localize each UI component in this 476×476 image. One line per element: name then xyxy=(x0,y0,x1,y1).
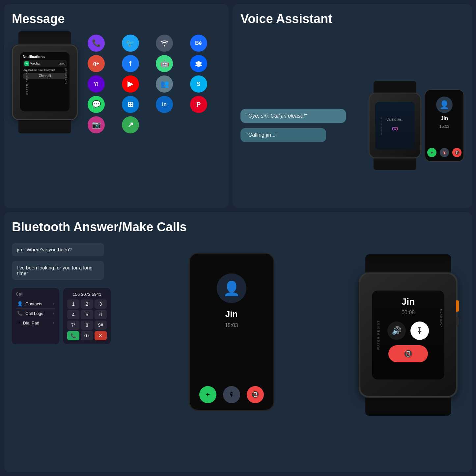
android-app-icon[interactable]: 🤖 xyxy=(156,55,173,72)
voice-watch-strap-top xyxy=(374,81,416,93)
voice-phone: 👤 Jin 15:03 + 🔇 📵 xyxy=(425,89,464,162)
key-7[interactable]: 7* xyxy=(67,321,79,330)
side-button-gray[interactable] xyxy=(77,81,78,88)
infinity-icon: ∞ xyxy=(392,123,398,134)
call-menu-title: Call xyxy=(16,292,55,296)
bt-phone-avatar: 👤 xyxy=(217,273,246,303)
wifi-app-icon[interactable] xyxy=(156,35,173,52)
voice-watch-container: Calling jin... ∞ WATER RESIST xyxy=(369,81,421,170)
dropbox-app-icon[interactable] xyxy=(190,55,207,72)
message-panel: Message WATER RESIST MENU BACK Notificat… xyxy=(4,4,229,208)
side-button-orange[interactable] xyxy=(77,69,78,78)
water-resist-label: WATER RESIST xyxy=(26,70,28,95)
key-5[interactable]: 5 xyxy=(81,310,93,319)
voice-phone-avatar: 👤 xyxy=(436,97,453,113)
notif-wechat-row: W Wechat 08:00 xyxy=(23,60,67,67)
key-6[interactable]: 6 xyxy=(95,310,107,319)
bt-center: 👤 Jin 15:03 + 🎙 📵 xyxy=(116,239,347,431)
voice-title: Voice Assistant xyxy=(240,12,464,26)
key-0[interactable]: 0+ xyxy=(81,331,93,340)
bt-watch-speaker-btn[interactable]: 🔊 xyxy=(387,322,406,340)
facebook-app-icon[interactable]: f xyxy=(122,55,139,72)
watch-body: WATER RESIST MENU BACK Notifications W W… xyxy=(12,44,78,120)
call-menu-contacts[interactable]: 👤 Contacts › xyxy=(16,299,55,309)
bt-phone-time: 15:03 xyxy=(225,322,238,328)
key-2[interactable]: 2 xyxy=(81,299,93,309)
voice-phone-accept[interactable]: + xyxy=(427,148,436,157)
windows-app-icon[interactable]: ⊞ xyxy=(122,96,139,113)
bt-watch-screen: Jin 00:08 🔊 🎙 📵 xyxy=(372,291,444,379)
contacts-icon: 👤 xyxy=(17,301,23,306)
key-call[interactable]: 📞 xyxy=(67,331,79,340)
notif-time: 08:00 xyxy=(59,62,65,65)
key-delete[interactable]: ✕ xyxy=(95,331,107,340)
app-icons-container: 📞 🐦 Bě g+ f 🤖 xyxy=(88,31,221,200)
key-3[interactable]: 3 xyxy=(95,299,107,309)
bt-watch-btn-orange[interactable] xyxy=(456,300,459,312)
voice-bubble-1: "Oye, siri, Call jin please!" xyxy=(240,109,346,123)
calllogs-label: Call Logs xyxy=(25,311,50,316)
message-content: WATER RESIST MENU BACK Notifications W W… xyxy=(12,31,221,200)
dialpad-menu-icon: ⠿ xyxy=(17,320,20,325)
watch-strap-top xyxy=(18,31,71,44)
call-menu-dialpad[interactable]: ⠿ Dial Pad › xyxy=(16,318,55,327)
phone-app-icon[interactable]: 📞 xyxy=(88,35,105,52)
yahoo-app-icon[interactable]: Y! xyxy=(88,75,105,93)
calling-text: Calling jin... xyxy=(386,118,404,121)
voice-panel: Voice Assistant "Oye, siri, Call jin ple… xyxy=(233,4,472,208)
behance-app-icon[interactable]: Bě xyxy=(190,35,207,52)
share-app-icon[interactable]: ↗ xyxy=(122,116,139,133)
google-plus-app-icon[interactable]: g+ xyxy=(88,55,105,72)
bt-chat-1: jin: "Where've you been? xyxy=(12,243,104,256)
bt-strap-bottom xyxy=(365,398,451,416)
voice-phone-time: 15:03 xyxy=(439,124,449,129)
bt-watch-mic-btn[interactable]: 🎙 xyxy=(410,322,429,340)
key-1[interactable]: 1 xyxy=(67,299,79,309)
key-4[interactable]: 4 xyxy=(67,310,79,319)
youtube-app-icon[interactable]: ▶ xyxy=(122,75,139,93)
bt-watch-name: Jin xyxy=(402,296,415,307)
voice-watch-btn-orange[interactable] xyxy=(420,113,421,121)
voice-watches: Calling jin... ∞ WATER RESIST 👤 Jin 15:0… xyxy=(369,31,464,208)
voice-phone-name: Jin xyxy=(440,116,448,122)
whatsapp-app-icon[interactable]: 💬 xyxy=(88,96,105,113)
clear-all-button[interactable]: Clear all xyxy=(23,73,67,79)
instagram-app-icon[interactable]: 📷 xyxy=(88,116,105,133)
linkedin-app-icon[interactable]: in xyxy=(156,96,173,113)
bt-chat-2: I've been looking for you for a long tim… xyxy=(12,261,104,280)
bt-menus: Call 👤 Contacts › 📞 Call Logs › ⠿ xyxy=(12,288,111,344)
dialpad: 156 3072 5941 1 2 3 4 5 6 7* 8 9# 📞 xyxy=(63,288,111,344)
notif-message: Jin: Call me now! Harry up! xyxy=(23,69,67,71)
dialpad-grid: 1 2 3 4 5 6 7* 8 9# 📞 0+ ✕ xyxy=(67,299,107,340)
bluetooth-title: Bluetooth Answer/Make Calls xyxy=(12,220,464,234)
groups-app-icon[interactable]: 👥 xyxy=(156,75,173,93)
bt-watch-hangup-btn[interactable]: 📵 xyxy=(388,345,428,362)
call-menu: Call 👤 Contacts › 📞 Call Logs › ⠿ xyxy=(12,288,59,344)
bt-phone-decline-btn[interactable]: 📵 xyxy=(247,386,264,403)
bluetooth-panel: Bluetooth Answer/Make Calls jin: "Where'… xyxy=(4,212,472,472)
message-title: Message xyxy=(12,12,221,26)
bt-watch-wrapper: WATER RESIST MENU BACK Jin 00:08 🔊 🎙 📵 xyxy=(359,254,458,416)
watch-strap-bottom xyxy=(18,120,71,133)
bt-water-label: WATER RESIST xyxy=(377,320,380,350)
main-container: Message WATER RESIST MENU BACK Notificat… xyxy=(0,0,476,476)
bt-phone-mute-btn[interactable]: 🎙 xyxy=(223,386,240,403)
bt-watch-btn-gray[interactable] xyxy=(456,317,459,325)
voice-phone-decline[interactable]: 📵 xyxy=(452,148,462,157)
dialpad-label: Dial Pad xyxy=(23,321,50,325)
message-watch-container: WATER RESIST MENU BACK Notifications W W… xyxy=(12,31,84,200)
voice-phone-mute[interactable]: 🔇 xyxy=(440,148,449,157)
voice-watch-calling: Calling jin... ∞ WATER RESIST xyxy=(369,93,421,158)
bt-strap-top xyxy=(365,254,451,272)
voice-watch-strap-bottom xyxy=(374,158,416,170)
pinterest-app-icon[interactable]: P xyxy=(190,96,207,113)
call-menu-logs[interactable]: 📞 Call Logs › xyxy=(16,309,55,318)
twitter-app-icon[interactable]: 🐦 xyxy=(122,35,139,52)
bt-phone-accept-btn[interactable]: + xyxy=(199,386,216,403)
skype-app-icon[interactable]: S xyxy=(190,75,207,93)
bt-phone-actions: + 🎙 📵 xyxy=(199,386,264,403)
bt-watch-actions: 🔊 🎙 xyxy=(387,322,429,340)
key-8[interactable]: 8 xyxy=(81,321,93,330)
key-9[interactable]: 9# xyxy=(95,321,107,330)
dialpad-number: 156 3072 5941 xyxy=(67,292,107,297)
